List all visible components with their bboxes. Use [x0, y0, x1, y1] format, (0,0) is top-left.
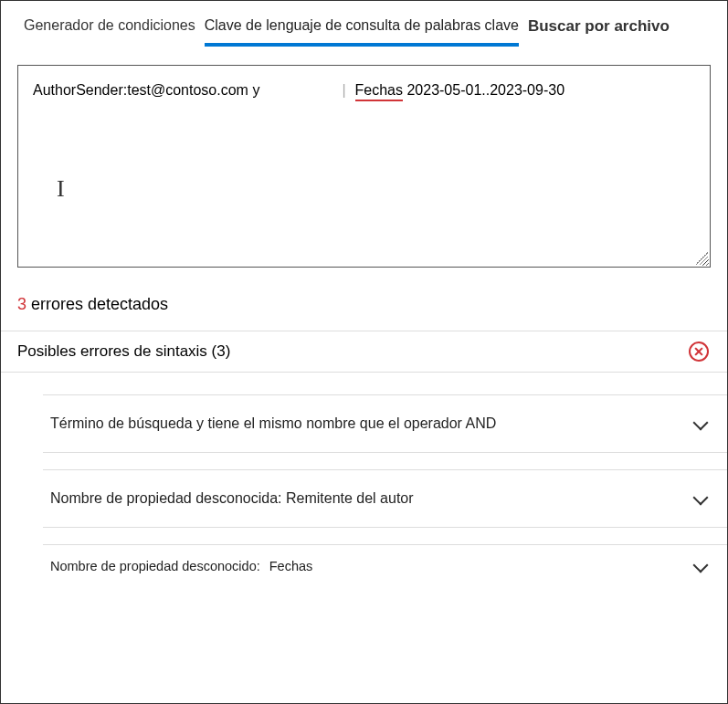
- tab-condition-builder[interactable]: Generador de condiciones: [24, 17, 195, 43]
- token-dates-property: Fechas: [355, 82, 403, 101]
- section-title-post: ): [226, 342, 231, 360]
- issue-text: Término de búsqueda y tiene el mismo nom…: [50, 415, 496, 432]
- chevron-down-icon[interactable]: [692, 490, 709, 507]
- text-caret-icon: I: [57, 175, 65, 203]
- tab-kql[interactable]: Clave de lenguaje de consulta de palabra…: [205, 17, 519, 47]
- query-line: AuthorSender:test@contoso.com y|Fechas 2…: [33, 82, 695, 101]
- syntax-errors-header[interactable]: Posibles errores de sintaxis (3): [1, 331, 727, 373]
- issue-text: Nombre de propiedad desconocido: Fechas: [50, 559, 312, 573]
- issue-text: Nombre de propiedad desconocida: Remiten…: [50, 490, 414, 507]
- token-dates-value: 2023-05-01..2023-09-30: [403, 82, 564, 99]
- issue-property-name: Fechas: [269, 559, 313, 573]
- query-editor-container: AuthorSender:test@contoso.com y|Fechas 2…: [1, 47, 727, 268]
- issue-row[interactable]: Nombre de propiedad desconocido: Fechas: [43, 544, 727, 587]
- chevron-down-icon[interactable]: [692, 415, 709, 432]
- chevron-down-icon[interactable]: [692, 558, 709, 574]
- syntax-errors-title: Posibles errores de sintaxis (3): [17, 342, 230, 361]
- tab-search-by-file[interactable]: Buscar por archivo: [528, 17, 670, 45]
- token-author-property: AuthorSender: [33, 82, 123, 99]
- close-icon[interactable]: [689, 341, 709, 362]
- query-editor[interactable]: AuthorSender:test@contoso.com y|Fechas 2…: [17, 65, 711, 268]
- issue-row[interactable]: Nombre de propiedad desconocida: Remiten…: [43, 469, 727, 528]
- token-author-value: :test@contoso.com: [123, 82, 253, 99]
- issue-label-prefix: Nombre de propiedad desconocido:: [50, 559, 260, 573]
- token-and-operator: y: [252, 82, 259, 99]
- error-count: 3: [17, 295, 26, 313]
- issues-list: Término de búsqueda y tiene el mismo nom…: [1, 373, 727, 587]
- token-separator: |: [342, 82, 345, 99]
- error-status-label: errores detectados: [26, 295, 168, 313]
- section-count: 3: [216, 342, 225, 360]
- section-title-pre: Posibles errores de sintaxis (: [17, 342, 216, 360]
- issue-row[interactable]: Término de búsqueda y tiene el mismo nom…: [43, 394, 727, 453]
- tabs-bar: Generador de condiciones Clave de lengua…: [1, 1, 727, 47]
- error-status: 3 errores detectados: [1, 268, 727, 331]
- resize-handle-icon[interactable]: [695, 252, 708, 265]
